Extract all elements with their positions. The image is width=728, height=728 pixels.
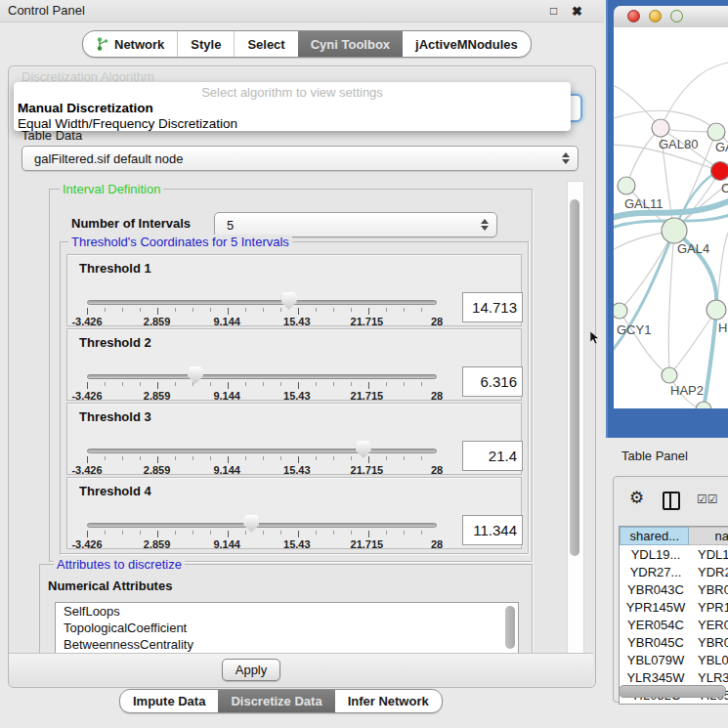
- tab-jactivemnodules[interactable]: jActiveMNodules: [403, 31, 531, 57]
- node-gal11[interactable]: [618, 177, 635, 194]
- tick-label: 28: [431, 316, 443, 327]
- tab-cyni-toolbox[interactable]: Cyni Toolbox: [298, 31, 403, 57]
- table-hscrollbar-thumb[interactable]: [619, 685, 726, 698]
- table-data-combobox[interactable]: galFiltered.sif default node: [21, 146, 578, 171]
- threshold-1-value-field[interactable]: 14.713: [462, 292, 523, 322]
- node-top-right[interactable]: [707, 123, 725, 141]
- dropdown-option-equal-width[interactable]: Equal Width/Frequency Discretization: [14, 116, 571, 132]
- tab-network-label: Network: [114, 37, 164, 52]
- tab-cyni-toolbox-label: Cyni Toolbox: [311, 37, 390, 52]
- tick-label: 21.715: [351, 316, 384, 327]
- slider-ticks: [87, 308, 439, 315]
- cell[interactable]: YBL07: [692, 653, 728, 667]
- cell[interactable]: YPR14: [692, 600, 728, 615]
- cell[interactable]: YBR043C: [620, 582, 692, 597]
- node-right-mid[interactable]: [707, 300, 726, 320]
- list-item-selfloops[interactable]: SelfLoops: [56, 603, 518, 620]
- network-icon: [96, 37, 108, 51]
- cell[interactable]: YDR27: [692, 565, 728, 579]
- cell[interactable]: YBR04: [692, 582, 728, 597]
- cell[interactable]: YLR345W: [620, 670, 692, 685]
- control-panel-titlebar: Control Panel □ ✖: [0, 0, 604, 22]
- node-bottom-partial[interactable]: [696, 402, 711, 408]
- cell[interactable]: YLR34: [692, 670, 728, 685]
- table-row[interactable]: YBL079WYBL07: [620, 651, 728, 668]
- table-row[interactable]: YER054CYER05: [620, 616, 728, 633]
- screen: Control Panel □ ✖ Network Style Select C…: [0, 0, 728, 728]
- tick-label: 21.715: [351, 538, 384, 550]
- tab-discretize-data[interactable]: Discretize Data: [218, 690, 334, 712]
- minimize-traffic-light[interactable]: [649, 10, 662, 22]
- network-window-titlebar[interactable]: [614, 6, 728, 28]
- list-scrollbar-thumb[interactable]: [505, 606, 515, 649]
- cell[interactable]: YER05: [692, 618, 728, 632]
- dropdown-option-manual-discretization[interactable]: Manual Discretization: [14, 101, 571, 116]
- tick-label: 9.144: [213, 390, 240, 402]
- cell[interactable]: YBL079W: [620, 653, 692, 667]
- interval-definition-title: Interval Definition: [60, 182, 163, 196]
- tick-label: 15.43: [283, 390, 311, 402]
- algorithm-dropdown-popup: Select algorithm to view settings Manual…: [14, 82, 571, 131]
- cell[interactable]: YDL19...: [620, 547, 692, 562]
- column-checkboxes-icon[interactable]: ☑☑: [697, 492, 718, 506]
- threshold-4-value-field[interactable]: 11.344: [462, 515, 523, 545]
- apply-strip: Apply: [9, 653, 593, 686]
- table-panel-title: Table Panel: [621, 449, 688, 463]
- tab-select[interactable]: Select: [234, 31, 297, 57]
- thresholds-stack: Threshold 1 -3.4262.8599.14415.4321.7152…: [66, 254, 522, 551]
- tab-impute-data[interactable]: Impute Data: [120, 690, 218, 712]
- node-table: shared... name YDL19...YDL19 YDR27...YDR…: [619, 526, 728, 705]
- settings-scrollbar[interactable]: [567, 181, 584, 655]
- table-row[interactable]: YPR145WYPR14: [620, 598, 728, 616]
- split-columns-icon[interactable]: [663, 492, 680, 510]
- float-window-icon[interactable]: □: [550, 4, 557, 18]
- cell[interactable]: YER054C: [620, 618, 692, 632]
- slider-tick-labels: -3.4262.8599.14415.4321.71528: [87, 538, 437, 550]
- table-row[interactable]: YDR27...YDR27: [620, 563, 728, 580]
- tick-label: 15.43: [283, 316, 311, 327]
- zoom-traffic-light[interactable]: [670, 10, 683, 22]
- apply-button[interactable]: Apply: [222, 659, 280, 681]
- tab-style[interactable]: Style: [177, 31, 234, 57]
- settings-scrollbar-thumb[interactable]: [570, 199, 579, 556]
- close-traffic-light[interactable]: [627, 10, 640, 22]
- list-item-betweennesscentrality[interactable]: BetweennessCentrality: [56, 636, 518, 653]
- table-row[interactable]: YBR045CYBR04: [620, 633, 728, 651]
- node-gal80[interactable]: [652, 119, 669, 137]
- list-item-topologicalcoefficient[interactable]: TopologicalCoefficient: [56, 620, 518, 636]
- label-gal4: GAL4: [677, 241, 709, 256]
- cell[interactable]: YDL19: [692, 547, 728, 562]
- numerical-attributes-list[interactable]: SelfLoops TopologicalCoefficient Between…: [55, 602, 519, 653]
- numerical-attributes-label: Numerical Attributes: [48, 578, 172, 593]
- tab-network[interactable]: Network: [83, 31, 177, 57]
- tab-discretize-data-label: Discretize Data: [231, 694, 321, 708]
- control-panel-tabbar: Network Style Select Cyni Toolbox jActiv…: [82, 30, 532, 58]
- cell[interactable]: YPR145W: [620, 600, 692, 615]
- threshold-3-value-field[interactable]: 21.4: [462, 441, 523, 471]
- tick-label: -3.426: [71, 538, 102, 550]
- network-graph: GAL80 GA GAL11 C GAL4 GCY1 H HAP2: [614, 27, 728, 408]
- tab-infer-network[interactable]: Infer Network: [335, 690, 442, 712]
- table-row[interactable]: YBR043CYBR04: [620, 580, 728, 598]
- label-c-partial: C: [721, 181, 728, 195]
- cell[interactable]: YDR27...: [620, 565, 692, 579]
- node-hap2[interactable]: [662, 367, 677, 383]
- cell[interactable]: YBR04: [692, 635, 728, 650]
- table-row[interactable]: YDL19...YDL19: [620, 545, 728, 563]
- table-row[interactable]: YLR345WYLR34: [620, 668, 728, 686]
- node-gal4[interactable]: [662, 218, 687, 243]
- threshold-2-value-field[interactable]: 6.316: [462, 366, 523, 397]
- tick-label: 2.859: [144, 390, 171, 402]
- tab-select-label: Select: [247, 37, 284, 52]
- close-icon[interactable]: ✖: [572, 4, 582, 19]
- node-gcy1[interactable]: [614, 303, 627, 319]
- column-header-shared-name[interactable]: shared...: [620, 527, 689, 545]
- gear-icon[interactable]: ⚙: [629, 490, 644, 506]
- column-header-name[interactable]: name: [689, 527, 728, 545]
- cell[interactable]: YBR045C: [620, 635, 692, 650]
- interval-definition-group: Interval Definition Number of Intervals …: [49, 189, 533, 562]
- tick-label: -3.426: [71, 464, 102, 476]
- network-canvas[interactable]: GAL80 GA GAL11 C GAL4 GCY1 H HAP2: [614, 27, 728, 408]
- tick-label: 2.859: [144, 538, 171, 550]
- node-red-selected[interactable]: [711, 162, 728, 181]
